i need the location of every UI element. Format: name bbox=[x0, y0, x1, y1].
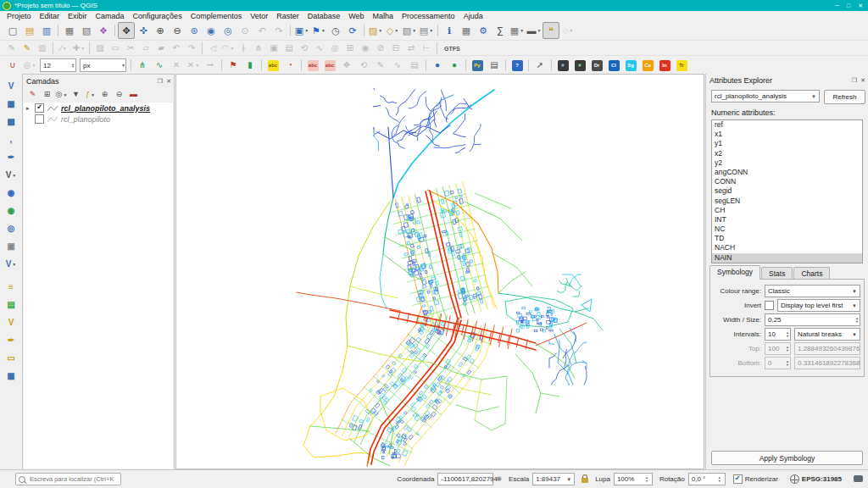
new-temporary-scratch-layer-button[interactable]: ▭ bbox=[3, 350, 20, 366]
ca-tool-button[interactable]: Ca bbox=[639, 57, 656, 74]
panel-close-icon[interactable]: ✕ bbox=[166, 78, 171, 85]
refresh-map-button[interactable]: ⟳ bbox=[344, 22, 361, 39]
sg-tool-button[interactable]: Sg bbox=[622, 57, 639, 74]
reshape-features-button[interactable]: ◁ bbox=[205, 42, 220, 56]
whats-this-button[interactable]: ➚ bbox=[531, 57, 548, 74]
spinner-arrows-icon[interactable]: ▲▼ bbox=[71, 63, 75, 69]
menu-vetor[interactable]: Vetor bbox=[246, 12, 272, 20]
invert-checkbox[interactable] bbox=[765, 301, 774, 310]
processing-toolbox-button[interactable]: ⚙ bbox=[475, 22, 492, 39]
save-layer-edits-button[interactable]: ▥ bbox=[35, 42, 50, 56]
reverse-line-button[interactable]: ⇄ bbox=[403, 42, 419, 56]
add-mesh-layer-button[interactable]: ▩ bbox=[3, 114, 20, 130]
zoom-to-layer-button[interactable]: ◎ bbox=[220, 22, 236, 39]
add-wcs-layer-button[interactable]: ◉ bbox=[3, 202, 20, 219]
new-geopackage-layer-button[interactable]: ▤ bbox=[3, 297, 20, 313]
change-label-button[interactable]: ✎ bbox=[372, 57, 389, 74]
offset-curve-button[interactable]: ◠▼ bbox=[220, 42, 236, 56]
split-features-button[interactable]: ∤ bbox=[236, 42, 251, 56]
measure-line-button[interactable]: ▬▼ bbox=[526, 22, 542, 39]
graph-tool-a-button[interactable]: # bbox=[554, 57, 571, 74]
split-parts-button[interactable]: ⋔ bbox=[251, 42, 266, 56]
new-map-view-button[interactable]: ▣▼ bbox=[293, 22, 310, 39]
vertex-tool-button[interactable]: ✚▼ bbox=[71, 42, 86, 56]
select-by-form-button[interactable]: ▤▼ bbox=[418, 22, 435, 39]
deselect-features-button[interactable]: ▧▼ bbox=[401, 22, 418, 39]
trim-extend-button[interactable]: ⊢ bbox=[419, 42, 434, 56]
open-attribute-table-button[interactable]: ▦ bbox=[458, 22, 475, 39]
refresh-button[interactable]: Refresh bbox=[824, 90, 865, 104]
copy-features-button[interactable]: ▱ bbox=[138, 42, 153, 56]
attribute-item[interactable]: CH bbox=[712, 206, 862, 215]
scale-combo[interactable]: 1:89437▼ bbox=[532, 473, 575, 485]
attribute-item[interactable]: NACH bbox=[712, 243, 862, 252]
attribute-item[interactable]: segLEN bbox=[712, 197, 862, 206]
save-project-button[interactable]: ▥ bbox=[38, 22, 55, 39]
coordinate-field[interactable]: -1100617,8202794 bbox=[437, 473, 493, 485]
new-spatialite-layer-button[interactable]: ✒ bbox=[3, 332, 20, 348]
locator-input[interactable] bbox=[28, 474, 116, 484]
panel-float-icon[interactable]: ❐ bbox=[158, 78, 163, 85]
menu-projeto[interactable]: Projeto bbox=[3, 12, 36, 20]
modify-attributes-button[interactable]: ▨ bbox=[92, 42, 108, 56]
rotation-spinbox[interactable]: 0,0 ° ▲▼ bbox=[688, 473, 726, 485]
expand-all-button[interactable]: ⊕ bbox=[97, 87, 112, 102]
spinner-arrows-icon[interactable]: ▲▼ bbox=[786, 331, 789, 337]
expand-arrow-icon[interactable]: ▸ bbox=[26, 105, 32, 112]
attribute-item[interactable]: CONN bbox=[712, 177, 862, 186]
menu-camada[interactable]: Camada bbox=[92, 12, 129, 20]
delete-part-button[interactable]: ⊟ bbox=[388, 42, 403, 56]
maximize-button[interactable]: □ bbox=[847, 3, 850, 9]
map-canvas[interactable] bbox=[175, 74, 704, 469]
filter-by-expression-button[interactable]: ƒ▼ bbox=[83, 87, 97, 102]
display-order-combo[interactable]: Display top level first▼ bbox=[777, 299, 860, 312]
attribute-item[interactable]: y1 bbox=[712, 139, 862, 148]
snapping-toggle-button[interactable]: ∪ bbox=[4, 57, 21, 74]
label-pin-options-button[interactable]: ⚑ bbox=[225, 57, 242, 74]
messages-icon[interactable] bbox=[854, 475, 863, 482]
enable-tracing-button[interactable]: ∿ bbox=[151, 57, 168, 74]
add-vector-tile-layer-button[interactable]: V▼ bbox=[3, 256, 20, 272]
remove-duplicate-vertices-button[interactable]: ✕ bbox=[168, 57, 185, 74]
tr-tool-button[interactable]: Tr bbox=[673, 57, 690, 74]
simplify-feature-button[interactable]: ∿ bbox=[312, 42, 327, 56]
spinner-arrows-icon[interactable]: ▲▼ bbox=[855, 317, 859, 323]
zoom-in-button[interactable]: ⊕ bbox=[152, 22, 169, 39]
attribute-item[interactable]: x1 bbox=[712, 130, 862, 139]
menu-raster[interactable]: Raster bbox=[272, 12, 303, 20]
panel-close-icon[interactable]: ✕ bbox=[860, 77, 865, 84]
apply-symbology-button[interactable]: Apply Symbology bbox=[711, 451, 863, 465]
intervals-spinbox[interactable]: 10 ▲▼ bbox=[765, 328, 791, 341]
add-raster-layer-button[interactable]: ▦ bbox=[3, 96, 20, 112]
layer-visibility-checkbox[interactable]: ✔ bbox=[35, 103, 44, 113]
snapping-unit-combo[interactable]: px▼ bbox=[80, 58, 126, 72]
help-contents-button[interactable]: ? bbox=[509, 57, 526, 74]
extent-toggle-icon[interactable]: ❋ bbox=[496, 475, 502, 483]
add-database-layer-button[interactable]: V▼ bbox=[3, 167, 20, 183]
cut-features-button[interactable]: ✂ bbox=[123, 42, 138, 56]
metasearch-button[interactable]: ● bbox=[429, 57, 446, 74]
crs-value[interactable]: EPSG:31985 bbox=[802, 475, 842, 483]
layer-diagram-button[interactable]: ◔ bbox=[281, 57, 298, 74]
highlight-labels-button[interactable]: abc bbox=[321, 57, 338, 74]
attribute-item[interactable]: TD bbox=[712, 234, 862, 243]
topological-editing-button[interactable]: ⋔ bbox=[134, 57, 151, 74]
add-line-feature-button[interactable]: ∕▼ bbox=[56, 42, 71, 56]
snapping-mode-button[interactable]: ◎▼ bbox=[21, 57, 38, 74]
new-virtual-layer-button[interactable]: ▦ bbox=[3, 368, 20, 384]
style-manager-button[interactable]: ❖ bbox=[95, 22, 112, 39]
select-features-button[interactable]: ▨▼ bbox=[367, 22, 384, 39]
show-attribute-table-button[interactable]: ▦▼ bbox=[509, 22, 526, 39]
menu-ajuda[interactable]: Ajuda bbox=[459, 12, 487, 20]
layer-item[interactable]: rcl_planopiloto bbox=[24, 114, 173, 125]
menu-complementos[interactable]: Complementos bbox=[186, 12, 247, 20]
zoom-out-button[interactable]: ⊖ bbox=[169, 22, 186, 39]
attribute-item[interactable]: x2 bbox=[712, 149, 862, 158]
bookmarks-button[interactable]: ⚑▼ bbox=[310, 22, 327, 39]
filter-legend-button[interactable]: ▼ bbox=[69, 87, 83, 102]
attribute-item[interactable]: ref bbox=[712, 120, 862, 130]
new-project-button[interactable]: ▢ bbox=[4, 22, 21, 39]
trace-offset-button[interactable]: ➞ bbox=[202, 57, 219, 74]
gtfs-plugin-button[interactable]: GTFS bbox=[440, 42, 465, 56]
magnifier-spinbox[interactable]: 100% ▲▼ bbox=[614, 473, 653, 485]
